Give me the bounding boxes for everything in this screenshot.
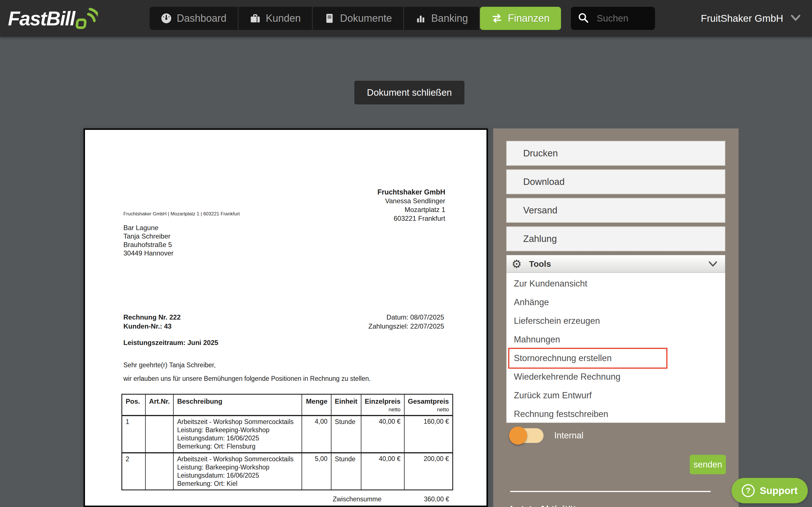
drucken-button[interactable]: Drucken [506,141,725,166]
main-nav-menu: Dashboard Kunden Dokumente Banking Finan… [150,7,655,30]
tools-label: Tools [529,259,551,269]
gear-icon: ⚙ [512,258,522,270]
invoice-document-preview: Fruchtshaker GmbH Vanessa Sendlinger Moz… [83,128,488,507]
support-button[interactable]: ? Support [732,478,808,503]
nav-item-label: Banking [431,12,468,24]
invoice-due-date: Zahlungsziel: 22/07/2025 [368,322,444,331]
recipient-line: Tanja Schreiber [123,232,173,240]
search-box[interactable] [571,7,655,30]
fastbill-signal-icon [75,8,98,31]
invoice-meta-left: Rechnung Nr. 222 Kunden-Nr.: 43 [123,313,181,331]
nav-item-label: Dokumente [340,12,392,24]
company-name: Fruchtshaker GmbH [378,188,445,196]
question-mark-icon: ? [742,484,755,497]
account-name: FruitShaker GmbH [701,13,783,24]
cell-artnr [146,453,173,490]
sidebar-divider [510,491,711,492]
col-header-menge: Menge [302,394,331,416]
nav-item-label: Dashboard [177,12,226,24]
document-icon [324,13,335,24]
briefcase-icon [250,13,260,24]
company-line: 603221 Frankfurt [378,214,445,223]
customer-number: Kunden-Nr.: 43 [123,322,181,331]
internal-toggle[interactable] [510,428,543,443]
subtotal-row: Zwischensumme 360,00 € [121,495,449,503]
invoice-table-wrap: Pos. Art.Nr. Beschreibung Menge Einheit … [121,394,453,507]
send-button[interactable]: senden [690,455,726,474]
netto-sublabel: netto [408,406,449,413]
menu-item-mahnungen[interactable]: Mahnungen [507,330,725,349]
close-document-button[interactable]: Dokument schließen [354,81,464,104]
invoice-date: Datum: 08/07/2025 [368,313,444,322]
recipient-line: Brauhofstraße 5 [123,240,173,249]
cell-gesamtpreis: 200,00 € [404,453,453,490]
invoice-greeting: Sehr geehrte(r) Tanja Schreiber, [123,361,216,369]
support-label: Support [760,485,798,496]
col-header-pos: Pos. [122,394,146,416]
col-header-artnr: Art.Nr. [146,394,173,416]
cell-einzelpreis: 40,00 € [361,415,404,453]
menu-item-zur-kundenansicht[interactable]: Zur Kundenansicht [507,274,725,293]
cell-einzelpreis: 40,00 € [361,453,404,490]
company-line: Mozartplatz 1 [378,205,445,214]
cell-einheit: Stunde [331,415,361,453]
fastbill-logo[interactable]: FastBill [8,6,98,31]
col-header-beschreibung: Beschreibung [173,394,302,416]
search-input[interactable] [596,13,640,24]
nav-item-label: Finanzen [508,12,549,24]
cell-einheit: Stunde [331,453,361,490]
invoice-meta: Rechnung Nr. 222 Kunden-Nr.: 43 Datum: 0… [123,313,444,331]
table-row: 1 Arbeitszeit - Workshop Sommercocktails… [122,415,453,453]
toggle-knob [509,427,527,445]
col-header-einheit: Einheit [331,394,361,416]
search-icon [578,12,589,24]
menu-item-rechnung-festschreiben[interactable]: Rechnung festschreiben [507,405,725,424]
top-navbar: FastBill Dashboard Kunden Doku [0,0,812,37]
col-header-gesamtpreis: Gesamtpreis netto [404,394,453,416]
document-action-sidebar: Drucken Download Versand Zahlung ⚙ Tools… [493,128,739,507]
versand-button[interactable]: Versand [506,198,725,223]
nav-item-kunden[interactable]: Kunden [239,7,312,30]
nav-item-finanzen[interactable]: Finanzen [480,7,561,30]
exchange-arrows-icon [491,13,503,24]
cell-pos: 1 [122,415,146,453]
invoice-intro: wir erlauben uns für unsere Bemühungen f… [123,375,371,383]
subtotal-value: 360,00 € [382,495,449,503]
menu-item-zurueck-zum-entwurf[interactable]: Zurück zum Entwurf [507,386,725,405]
menu-item-wiederkehrende-rechnung[interactable]: Wiederkehrende Rechnung [507,368,725,386]
netto-sublabel: netto [365,406,401,413]
invoice-recipient-block: Bar Lagune Tanja Schreiber Brauhofstraße… [123,224,173,258]
table-row: 2 Arbeitszeit - Workshop Sommercocktails… [122,453,453,490]
nav-item-dokumente[interactable]: Dokumente [313,7,403,30]
cell-menge: 5,00 [302,453,331,490]
chevron-down-icon [791,14,801,22]
zahlung-button[interactable]: Zahlung [506,226,725,251]
fastbill-logo-text: FastBill [8,6,75,31]
subtotal-label: Zwischensumme [333,495,382,503]
account-menu[interactable]: FruitShaker GmbH [701,0,801,37]
invoice-company-block: Fruchtshaker GmbH Vanessa Sendlinger Moz… [378,188,445,223]
invoice-totals: Zwischensumme 360,00 € zzgl. 19,00% MwSt… [121,495,453,507]
tools-section-header[interactable]: ⚙ Tools [506,255,725,273]
gauge-icon [161,13,172,24]
nav-item-label: Kunden [266,12,301,24]
service-period: Leistungszeitraum: Juni 2025 [123,339,218,347]
company-line: Vanessa Sendlinger [378,196,445,205]
cell-pos: 2 [122,453,146,490]
sidebar-inner: Drucken Download Versand Zahlung ⚙ Tools… [506,141,725,423]
nav-item-banking[interactable]: Banking [404,7,479,30]
chevron-down-icon [708,261,718,267]
menu-item-lieferschein-erzeugen[interactable]: Lieferschein erzeugen [507,312,725,330]
tools-dropdown-menu: Zur Kundenansicht Anhänge Lieferschein e… [506,273,725,423]
cell-artnr [146,415,173,453]
cell-description: Arbeitszeit - Workshop Sommercocktails L… [173,453,302,490]
cell-description: Arbeitszeit - Workshop Sommercocktails L… [173,415,302,453]
menu-item-anhaenge[interactable]: Anhänge [507,293,725,312]
menu-item-stornorechnung-erstellen[interactable]: Stornorechnung erstellen [507,349,725,368]
invoice-sender-line: Fruchtshaker GmbH | Mozartplatz 1 | 6032… [123,211,240,217]
download-button[interactable]: Download [506,169,725,194]
invoice-positions-table: Pos. Art.Nr. Beschreibung Menge Einheit … [121,394,453,490]
internal-toggle-row: Internal [510,428,583,443]
nav-item-dashboard[interactable]: Dashboard [150,7,238,30]
cell-menge: 4,00 [302,415,331,453]
